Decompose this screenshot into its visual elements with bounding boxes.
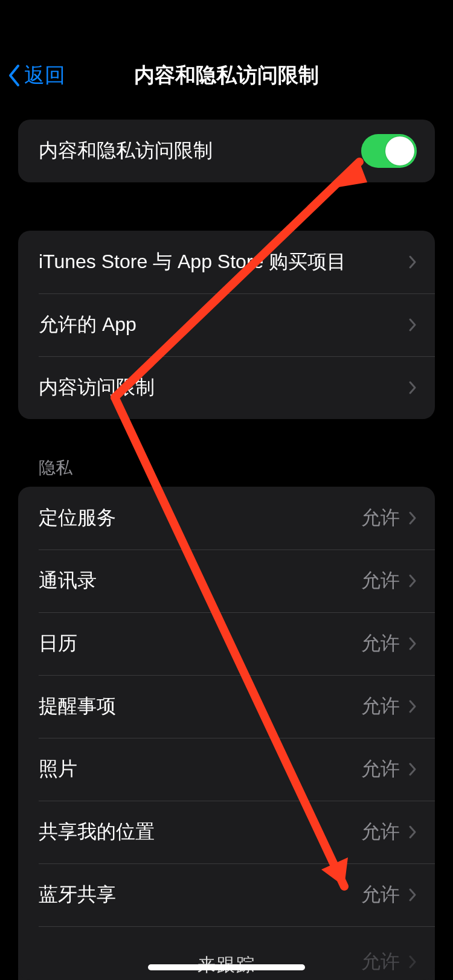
back-label: 返回 <box>24 62 65 89</box>
status-bar <box>0 0 453 54</box>
row-itunes-appstore[interactable]: iTunes Store 与 App Store 购买项目 <box>18 231 435 293</box>
row-label: 允许的 App <box>39 312 408 338</box>
page-title: 内容和隐私访问限制 <box>0 62 453 89</box>
row-content-restrictions[interactable]: 内容访问限制 <box>18 356 435 419</box>
row-value: 允许 <box>361 882 400 908</box>
chevron-right-icon <box>408 955 417 969</box>
toggle-label: 内容和隐私访问限制 <box>39 138 361 164</box>
row-value: 允许 <box>361 949 400 975</box>
row-privacy-1[interactable]: 通讯录允许 <box>18 549 435 612</box>
chevron-right-icon <box>408 255 417 269</box>
row-label: 内容访问限制 <box>39 374 408 401</box>
row-value: 允许 <box>361 693 400 720</box>
row-privacy-4[interactable]: 照片允许 <box>18 738 435 801</box>
row-privacy-0[interactable]: 定位服务允许 <box>18 487 435 549</box>
row-privacy-3[interactable]: 提醒事项允许 <box>18 675 435 738</box>
chevron-right-icon <box>408 825 417 839</box>
row-label: 照片 <box>39 756 361 783</box>
row-value: 允许 <box>361 568 400 594</box>
row-label: 定位服务 <box>39 505 361 531</box>
row-label: 提醒事项 <box>39 693 361 720</box>
group-toggle: 内容和隐私访问限制 <box>18 120 435 182</box>
row-privacy-5[interactable]: 共享我的位置允许 <box>18 801 435 863</box>
row-label: 日历 <box>39 630 361 657</box>
row-privacy-2[interactable]: 日历允许 <box>18 612 435 675</box>
row-allowed-apps[interactable]: 允许的 App <box>18 293 435 356</box>
back-button[interactable]: 返回 <box>7 62 65 89</box>
row-value: 允许 <box>361 819 400 845</box>
group-privacy: 定位服务允许通讯录允许日历允许提醒事项允许照片允许共享我的位置允许蓝牙共享允许麦… <box>18 487 435 980</box>
chevron-right-icon <box>408 380 417 395</box>
group-store: iTunes Store 与 App Store 购买项目 允许的 App 内容… <box>18 231 435 419</box>
row-content-privacy-toggle[interactable]: 内容和隐私访问限制 <box>18 120 435 182</box>
home-indicator[interactable] <box>148 964 305 970</box>
nav-bar: 返回 内容和隐私访问限制 <box>0 54 453 97</box>
row-value: 允许 <box>361 505 400 531</box>
row-label: 蓝牙共享 <box>39 882 361 908</box>
section-header-privacy: 隐私 <box>39 456 435 479</box>
chevron-right-icon <box>408 699 417 714</box>
row-privacy-6[interactable]: 蓝牙共享允许 <box>18 863 435 926</box>
row-label: 通讯录 <box>39 568 361 594</box>
row-value: 允许 <box>361 630 400 657</box>
chevron-right-icon <box>408 762 417 777</box>
chevron-right-icon <box>408 888 417 902</box>
row-value: 允许 <box>361 756 400 783</box>
row-label: iTunes Store 与 App Store 购买项目 <box>39 249 408 275</box>
chevron-right-icon <box>408 511 417 525</box>
row-label: 共享我的位置 <box>39 819 361 845</box>
chevron-right-icon <box>408 318 417 332</box>
chevron-left-icon <box>7 64 21 87</box>
switch-knob-icon <box>385 136 414 165</box>
toggle-switch[interactable] <box>361 134 417 168</box>
chevron-right-icon <box>408 574 417 588</box>
chevron-right-icon <box>408 636 417 651</box>
